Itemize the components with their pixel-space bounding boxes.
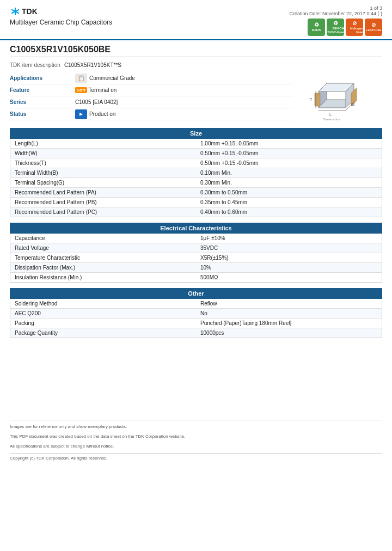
electrical-table-row: Temperature CharacteristicX5R(±15%) <box>10 253 382 263</box>
footer: Images are for reference only and show e… <box>0 403 392 466</box>
size-table-row: Recommended Land Pattern (PC)0.40mm to 0… <box>10 207 382 217</box>
footer-note1: Images are for reference only and show e… <box>10 424 382 430</box>
prop-row-series: Series C1005 [EIA 0402] <box>10 96 293 108</box>
prop-label-applications: Applications <box>10 74 75 82</box>
electrical-table-row: Rated Voltage35VDC <box>10 243 382 253</box>
electrical-table-row: Insulation Resistance (Min.)500MΩ <box>10 273 382 283</box>
prop-value-status: Product on <box>89 111 115 117</box>
properties-section: Applications 📋 Commercial Grade Feature … <box>0 70 392 124</box>
capacitor-image-container: L W T Dimensions <box>293 72 382 121</box>
prop-label-feature: Feature <box>10 86 75 94</box>
other-section: Other Soldering MethodReflowAEC Q200NoPa… <box>10 288 382 338</box>
part-number-section: C1005X5R1V105K050BE <box>0 40 392 57</box>
prop-row-feature: Feature Soft Terminal on <box>10 84 293 96</box>
electrical-value: 500MΩ <box>196 273 382 283</box>
other-table-row: Soldering MethodReflow <box>10 299 382 309</box>
size-table-row: Thickness(T)0.50mm +0.15,-0.05mm <box>10 158 382 168</box>
electrical-table: Capacitance1μF ±10%Rated Voltage35VDCTem… <box>10 234 382 283</box>
size-value: 0.30mm Min. <box>196 178 382 188</box>
header: TDK Multilayer Ceramic Chip Capacitors 1… <box>0 0 392 40</box>
svg-text:T: T <box>310 97 313 101</box>
size-table-row: Width(W)0.50mm +0.15,-0.05mm <box>10 149 382 158</box>
electrical-value: X5R(±15%) <box>196 253 382 263</box>
size-label: Terminal Width(B) <box>10 168 197 178</box>
electrical-value: 35VDC <box>196 243 382 253</box>
other-label: Soldering Method <box>10 299 197 309</box>
size-section: Size Length(L)1.00mm +0.15,-0.05mmWidth(… <box>10 128 382 217</box>
electrical-label: Dissipation Factor (Max.) <box>10 263 197 273</box>
electrical-value: 1μF ±10% <box>196 234 382 243</box>
footer-copyright: Copyright (c) TDK Corporation. All right… <box>10 456 382 461</box>
halogen-icon: ⊘ <box>352 20 357 27</box>
size-value: 0.50mm +0.15,-0.05mm <box>196 149 382 158</box>
electrical-value: 10% <box>196 263 382 273</box>
size-label: Width(W) <box>10 149 197 158</box>
electrical-label: Capacitance <box>10 234 197 243</box>
footer-divider-2 <box>10 453 382 454</box>
size-table-row: Terminal Width(B)0.10mm Min. <box>10 168 382 178</box>
svg-text:Dimensions: Dimensions <box>323 118 340 121</box>
svg-text:W: W <box>351 103 355 107</box>
rohs-icon: ♻ <box>314 22 319 28</box>
status-icon: ▶ <box>75 109 87 119</box>
size-table-row: Recommended Land Pattern (PB)0.35mm to 0… <box>10 198 382 207</box>
size-label: Recommended Land Pattern (PC) <box>10 207 197 217</box>
size-label: Length(L) <box>10 139 197 149</box>
item-desc-section: TDK item description C1005X5R1V105KT**S <box>0 57 392 70</box>
prop-value-applications: Commercial Grade <box>89 75 135 81</box>
applications-icon: 📋 <box>75 74 87 83</box>
lead-icon: ⊘ <box>371 22 376 28</box>
size-table-row: Recommended Land Pattern (PA)0.30mm to 0… <box>10 188 382 198</box>
electrical-label: Insulation Resistance (Min.) <box>10 273 197 283</box>
electrical-table-row: Capacitance1μF ±10% <box>10 234 382 243</box>
footer-divider <box>10 420 382 420</box>
size-value: 0.10mm Min. <box>196 168 382 178</box>
item-desc-value: C1005X5R1V105KT**S <box>64 62 121 68</box>
reach-icon: ♻ <box>333 20 338 27</box>
size-label: Recommended Land Pattern (PB) <box>10 198 197 207</box>
item-desc-label: TDK item description <box>10 62 60 68</box>
size-label: Thickness(T) <box>10 158 197 168</box>
prop-value-series: C1005 [EIA 0402] <box>75 99 118 105</box>
other-table: Soldering MethodReflowAEC Q200NoPackingP… <box>10 299 382 338</box>
page-info: 1 of 3 Creation Date: November 22, 2017 … <box>289 5 382 16</box>
badge-rohs: ♻ RoHS <box>308 19 325 36</box>
badge-lead: ⊘ Lead Free <box>365 19 382 36</box>
svg-text:L: L <box>329 113 332 117</box>
svg-rect-9 <box>315 93 320 106</box>
size-label: Recommended Land Pattern (PA) <box>10 188 197 198</box>
tdk-logo-svg: TDK <box>10 5 39 17</box>
size-label: Terminal Spacing(G) <box>10 178 197 188</box>
other-value: No <box>196 309 382 319</box>
badges-container: ♻ RoHS ♻ REACH SVhC-Free ⊘ Halogen Free … <box>289 19 382 36</box>
size-table: Length(L)1.00mm +0.15,-0.05mmWidth(W)0.5… <box>10 139 382 217</box>
part-number: C1005X5R1V105K050BE <box>10 45 382 54</box>
other-label: Package Quantity <box>10 328 197 338</box>
size-value: 0.30mm to 0.50mm <box>196 188 382 198</box>
tdk-logo: TDK <box>10 5 112 17</box>
company-title: Multilayer Ceramic Chip Capacitors <box>10 19 112 26</box>
feature-badge: Soft <box>75 87 87 93</box>
size-value: 1.00mm +0.15,-0.05mm <box>196 139 382 149</box>
electrical-table-row: Dissipation Factor (Max.)10% <box>10 263 382 273</box>
size-value: 0.40mm to 0.60mm <box>196 207 382 217</box>
electrical-section-header: Electrical Characteristics <box>10 223 382 234</box>
badge-reach: ♻ REACH SVhC-Free <box>327 19 344 36</box>
prop-row-applications: Applications 📋 Commercial Grade <box>10 72 293 84</box>
footer-note2: This PDF document was created based on t… <box>10 433 382 440</box>
other-section-header: Other <box>10 288 382 299</box>
other-label: AEC Q200 <box>10 309 197 319</box>
size-table-row: Length(L)1.00mm +0.15,-0.05mm <box>10 139 382 149</box>
electrical-label: Rated Voltage <box>10 243 197 253</box>
size-section-header: Size <box>10 128 382 139</box>
capacitor-illustration: L W T Dimensions <box>308 72 367 121</box>
prop-label-series: Series <box>10 98 75 106</box>
size-value: 0.50mm +0.15,-0.05mm <box>196 158 382 168</box>
other-table-row: PackingPunched (Paper)Taping 180mm Reel] <box>10 319 382 328</box>
properties-table: Applications 📋 Commercial Grade Feature … <box>10 72 293 121</box>
electrical-label: Temperature Characteristic <box>10 253 197 263</box>
size-table-row: Terminal Spacing(G)0.30mm Min. <box>10 178 382 188</box>
prop-row-status: Status ▶ Product on <box>10 108 293 120</box>
badge-halogen: ⊘ Halogen Free <box>346 19 363 36</box>
other-value: Punched (Paper)Taping 180mm Reel] <box>196 319 382 328</box>
